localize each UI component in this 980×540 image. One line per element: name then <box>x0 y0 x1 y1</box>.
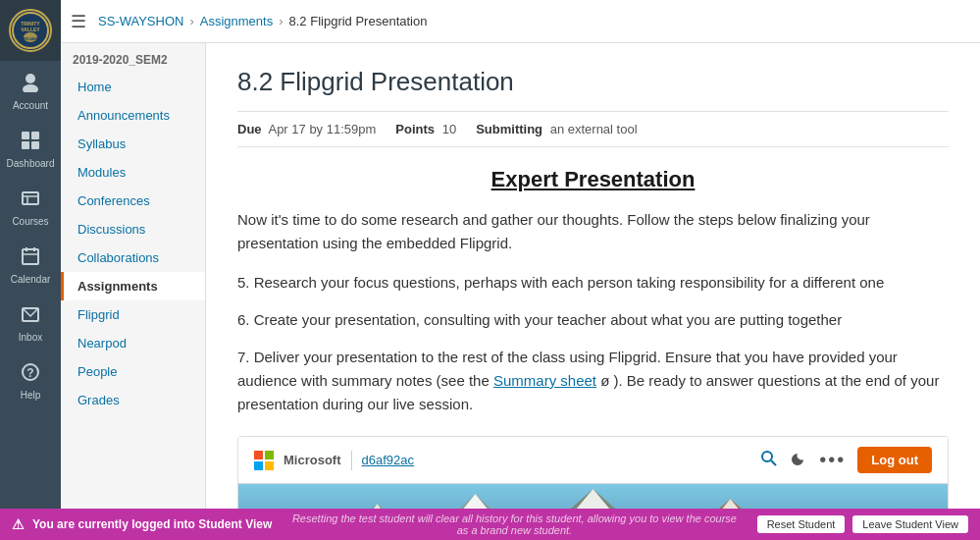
breadcrumb-assignments[interactable]: Assignments <box>200 14 273 28</box>
svg-rect-8 <box>31 132 39 139</box>
search-icon[interactable] <box>760 450 778 471</box>
svg-text:TROJANS: TROJANS <box>21 36 39 41</box>
top-bar: ☰ SS-WAYSHON › Assignments › 8.2 Flipgri… <box>0 0 980 43</box>
dashboard-icon <box>21 131 40 155</box>
step-6: 6. Create your presentation, consulting … <box>237 308 949 332</box>
calendar-label: Calendar <box>11 274 51 285</box>
dashboard-label: Dashboard <box>7 158 55 169</box>
flipgrid-embed: Microsoft d6af92ac ••• Log out <box>237 436 949 509</box>
courses-icon <box>21 189 40 213</box>
nav-item-conferences[interactable]: Conferences <box>61 187 205 215</box>
svg-point-5 <box>26 74 35 83</box>
step-7: 7. Deliver your presentation to the rest… <box>237 346 949 416</box>
svg-text:?: ? <box>26 366 33 380</box>
course-navigation: 2019-2020_SEM2 Home Announcements Syllab… <box>61 43 206 509</box>
svg-rect-9 <box>22 141 29 149</box>
nav-item-announcements[interactable]: Announcements <box>61 101 205 130</box>
logo-image: TRINITY VALLEY TROJANS <box>9 9 52 52</box>
svg-rect-11 <box>23 192 38 204</box>
ms-brand-label: Microsoft <box>284 453 341 467</box>
course-nav-header: 2019-2020_SEM2 <box>61 43 205 73</box>
sidebar: TRINITY VALLEY TROJANS Account Dashboard… <box>0 0 61 540</box>
breadcrumb-current: 8.2 Flipgrid Presentation <box>289 14 428 28</box>
hamburger-icon[interactable]: ☰ <box>71 11 86 32</box>
sidebar-item-help[interactable]: ? Help <box>0 352 61 410</box>
main-content: 8.2 Flipgrid Presentation Due Apr 17 by … <box>206 43 980 509</box>
summary-sheet-link[interactable]: Summary sheet <box>493 372 596 389</box>
moon-icon[interactable] <box>790 450 807 471</box>
nav-item-collaborations[interactable]: Collaborations <box>61 243 205 272</box>
nav-item-flipgrid[interactable]: Flipgrid <box>61 300 205 329</box>
nav-item-grades[interactable]: Grades <box>61 386 205 414</box>
student-view-message: You are currently logged into Student Vi… <box>32 517 272 531</box>
nav-item-assignments[interactable]: Assignments <box>61 272 205 300</box>
account-label: Account <box>13 100 48 111</box>
inbox-label: Inbox <box>19 332 42 343</box>
help-label: Help <box>21 390 41 401</box>
student-bar-notice: Resetting the test student will clear al… <box>272 513 756 536</box>
nav-item-syllabus[interactable]: Syllabus <box>61 130 205 158</box>
embed-divider <box>351 451 352 470</box>
nav-item-nearpod[interactable]: Nearpod <box>61 329 205 357</box>
due-label: Due Apr 17 by 11:59pm <box>237 122 376 136</box>
embed-code-link[interactable]: d6af92ac <box>362 453 415 467</box>
account-icon <box>20 71 41 97</box>
sidebar-item-courses[interactable]: Courses <box>0 179 61 237</box>
embed-header-left: Microsoft d6af92ac <box>254 451 414 470</box>
sidebar-item-dashboard[interactable]: Dashboard <box>0 121 61 179</box>
submitting-label: Submitting an external tool <box>476 122 637 136</box>
nav-item-people[interactable]: People <box>61 357 205 386</box>
embed-header: Microsoft d6af92ac ••• Log out <box>238 437 948 484</box>
svg-text:VALLEY: VALLEY <box>21 27 40 32</box>
nav-item-modules[interactable]: Modules <box>61 158 205 187</box>
breadcrumb-sep-1: › <box>189 14 193 28</box>
reset-student-button[interactable]: Reset Student <box>757 515 846 533</box>
student-bar: ⚠ You are currently logged into Student … <box>0 509 980 540</box>
flipgrid-banner: Flipgrid <box>238 484 948 509</box>
nav-item-discussions[interactable]: Discussions <box>61 215 205 243</box>
breadcrumb-sep-2: › <box>279 14 283 28</box>
svg-rect-10 <box>31 141 39 149</box>
sidebar-item-calendar[interactable]: Calendar <box>0 237 61 295</box>
svg-rect-14 <box>23 249 38 264</box>
microsoft-logo <box>254 451 274 470</box>
breadcrumb-school[interactable]: SS-WAYSHON <box>98 14 183 28</box>
calendar-icon <box>21 246 40 271</box>
leave-student-view-button[interactable]: Leave Student View <box>852 515 968 533</box>
mountain-svg <box>238 484 948 509</box>
expert-title: Expert Presentation <box>237 167 949 192</box>
intro-text: Now it's time to do some research and ga… <box>237 208 949 255</box>
meta-bar: Due Apr 17 by 11:59pm Points 10 Submitti… <box>237 111 949 147</box>
courses-label: Courses <box>12 216 48 227</box>
student-bar-left: ⚠ You are currently logged into Student … <box>12 516 272 532</box>
breadcrumb: SS-WAYSHON › Assignments › 8.2 Flipgrid … <box>98 14 427 28</box>
ms-grid-icon <box>254 451 274 470</box>
more-icon[interactable]: ••• <box>819 449 846 471</box>
points-label: Points 10 <box>395 122 456 136</box>
inbox-icon <box>21 304 40 329</box>
svg-line-22 <box>771 460 776 465</box>
logout-button[interactable]: Log out <box>857 447 932 473</box>
sidebar-item-inbox[interactable]: Inbox <box>0 295 61 352</box>
svg-point-21 <box>762 452 772 461</box>
sidebar-item-account[interactable]: Account <box>0 61 61 121</box>
help-icon: ? <box>21 362 40 387</box>
step-5: 5. Research your focus questions, perhap… <box>237 271 949 295</box>
nav-item-home[interactable]: Home <box>61 73 205 101</box>
school-logo: TRINITY VALLEY TROJANS <box>0 0 61 61</box>
svg-point-6 <box>23 84 38 92</box>
assignment-title: 8.2 Flipgrid Presentation <box>237 67 949 97</box>
student-bar-actions: Reset Student Leave Student View <box>757 515 968 533</box>
content-section: Expert Presentation Now it's time to do … <box>237 167 949 509</box>
warning-icon: ⚠ <box>12 516 25 532</box>
svg-rect-7 <box>22 132 29 139</box>
embed-header-right: ••• Log out <box>760 447 932 473</box>
